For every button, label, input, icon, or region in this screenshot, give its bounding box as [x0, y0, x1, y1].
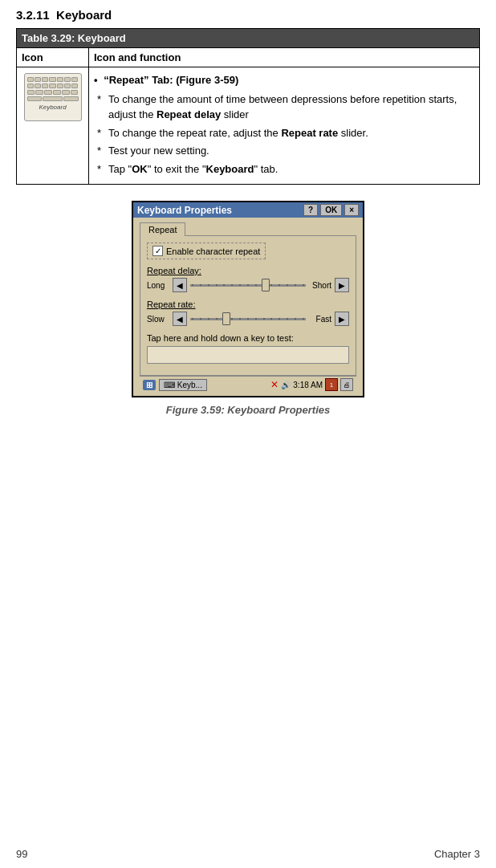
dialog-panel: ✓ Enable character repeat Repeat delay: …: [140, 235, 356, 376]
close-button[interactable]: ×: [344, 204, 359, 216]
taskbar-extra-icon: 🖨: [340, 378, 353, 391]
rate-thumb[interactable]: [222, 312, 230, 325]
checkbox-icon: ✓: [152, 246, 163, 256]
repeat-tab[interactable]: Repeat: [140, 222, 356, 235]
delay-right-label: Short: [309, 281, 331, 290]
rate-left-btn[interactable]: ◀: [173, 312, 187, 326]
list-item: Tap "OK" to exit the "Keyboard" tab.: [94, 161, 474, 177]
repeat-delay-row: Long ◀: [147, 277, 349, 293]
tab-label: Repeat: [140, 222, 185, 236]
dialog-titlebar: Keyboard Properties ? OK ×: [133, 202, 363, 218]
delay-track-wrap: [190, 277, 306, 293]
repeat-delay-section: Repeat delay: Long ◀: [147, 266, 349, 293]
delay-dots: [190, 284, 306, 287]
taskbar-x-icon: ✕: [270, 379, 278, 390]
checkbox-area[interactable]: ✓ Enable character repeat: [147, 242, 266, 259]
icon-cell: Keyboard: [17, 67, 89, 185]
rate-track-wrap: [190, 311, 306, 327]
taskbar-keyb-item[interactable]: ⌨ Keyb...: [159, 379, 207, 391]
page-footer: 99 Chapter 3: [0, 848, 496, 860]
delay-left-btn[interactable]: ◀: [173, 278, 187, 292]
taskbar-start-btn[interactable]: ⊞: [143, 380, 156, 390]
taskbar-time: 3:18 AM: [293, 381, 323, 389]
delay-left-label: Long: [147, 281, 169, 290]
taskbar-arrow-icon: 🔊: [281, 381, 291, 389]
dialog-body: Repeat ✓ Enable character repeat Repeat …: [133, 218, 363, 396]
dialog-titlebar-buttons: ? OK ×: [303, 204, 359, 216]
repeat-delay-label: Repeat delay:: [147, 266, 349, 275]
list-item: Test your new setting.: [94, 143, 474, 159]
taskbar-keyb-label: Keyb...: [177, 381, 202, 389]
rate-right-btn[interactable]: ▶: [335, 312, 349, 326]
keyboard-table: Table 3.29: Keyboard Icon Icon and funct…: [16, 28, 480, 185]
keyboard-icon: Keyboard: [24, 73, 82, 121]
taskbar-right: ✕ 🔊 3:18 AM 1 🖨: [270, 378, 353, 391]
content-cell: • “Repeat” Tab: (Figure 3-59) To change …: [89, 67, 480, 185]
repeat-rate-section: Repeat rate: Slow ◀: [147, 300, 349, 327]
help-button[interactable]: ?: [303, 204, 318, 216]
keyboard-dialog: Keyboard Properties ? OK × Repeat ✓: [132, 201, 364, 397]
dialog-title: Keyboard Properties: [137, 205, 232, 216]
repeat-rate-label: Repeat rate:: [147, 300, 349, 309]
checkbox-label: Enable character repeat: [166, 247, 260, 256]
keyboard-label: Keyboard: [39, 104, 66, 111]
rate-track: [190, 318, 306, 320]
page-number: 99: [16, 848, 27, 860]
repeat-rate-row: Slow ◀: [147, 311, 349, 327]
test-label: Tap here and hold down a key to test:: [147, 333, 349, 343]
table-caption: Table 3.29: Keyboard: [17, 29, 480, 48]
content-list: To change the amount of time between dep…: [94, 92, 474, 177]
rate-right-label: Fast: [309, 315, 331, 324]
delay-right-btn[interactable]: ▶: [335, 278, 349, 292]
figure-container: Keyboard Properties ? OK × Repeat ✓: [16, 201, 480, 416]
delay-thumb[interactable]: [262, 279, 270, 291]
list-item: To change the repeat rate, adjust the Re…: [94, 125, 474, 141]
col-header-function: Icon and function: [89, 48, 480, 67]
rate-left-label: Slow: [147, 315, 169, 324]
section-title: 3.2.11 Keyboard: [16, 8, 480, 22]
figure-caption: Figure 3.59: Keyboard Properties: [166, 404, 330, 416]
col-header-icon: Icon: [17, 48, 89, 67]
delay-track: [190, 284, 306, 287]
taskbar: ⊞ ⌨ Keyb... ✕ 🔊 3:18 AM 1 🖨: [140, 376, 356, 393]
rate-dots: [190, 318, 306, 320]
taskbar-battery-icon: 1: [325, 378, 338, 391]
list-item: To change the amount of time between dep…: [94, 92, 474, 123]
bullet-title: • “Repeat” Tab: (Figure 3-59): [94, 72, 474, 88]
test-input[interactable]: [147, 346, 349, 364]
taskbar-keyb-icon: ⌨: [164, 381, 175, 389]
chapter-label: Chapter 3: [434, 848, 480, 860]
ok-button[interactable]: OK: [320, 204, 342, 216]
